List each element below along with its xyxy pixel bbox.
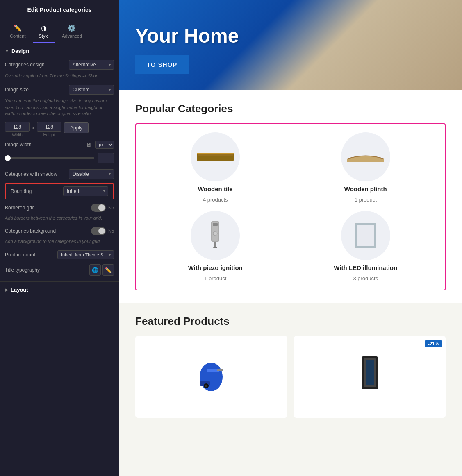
categories-design-select[interactable]: Alternative Default Classic bbox=[69, 60, 114, 70]
image-size-select-wrapper: Custom Thumbnail Medium Large bbox=[69, 85, 114, 95]
bordered-grid-row: Bordered grid No bbox=[0, 201, 119, 214]
categories-design-hint: Overrides option from Theme Settings -> … bbox=[0, 72, 119, 82]
svg-rect-23 bbox=[366, 360, 374, 385]
design-section-header[interactable]: ▼ Design bbox=[0, 43, 119, 57]
category-name-1: Wooden plinth bbox=[344, 186, 387, 193]
categories-bg-label: Categories background bbox=[5, 228, 56, 234]
slider-track[interactable] bbox=[5, 157, 94, 159]
slider-thumb[interactable] bbox=[5, 155, 11, 161]
category-image-led bbox=[341, 211, 390, 260]
product-count-select-wrapper: Inherit from Theme S Show Hide bbox=[57, 250, 114, 259]
rounding-label: Rounding bbox=[11, 188, 32, 194]
monitor-icon: 🖥 bbox=[86, 141, 92, 148]
tab-advanced-label: Advanced bbox=[62, 34, 82, 39]
image-width-row: Image width 🖥 px % em bbox=[0, 138, 119, 151]
product-card-1 bbox=[135, 336, 287, 418]
panel-title: Edit Product categories bbox=[0, 0, 119, 18]
category-count-1: 1 product bbox=[355, 197, 377, 203]
layout-section-label: Layout bbox=[11, 287, 28, 293]
svg-rect-6 bbox=[214, 242, 216, 247]
title-typography-label: Title typography bbox=[5, 267, 40, 273]
layout-arrow-icon: ▶ bbox=[5, 288, 8, 292]
tab-style[interactable]: ◑ Style bbox=[33, 22, 55, 43]
category-image-piezo bbox=[191, 211, 240, 260]
categories-grid-wrapper: Wooden tile 4 products Wooden plinth 1 p… bbox=[135, 123, 446, 290]
categories-shadow-select-wrapper: Disable Enable bbox=[69, 169, 114, 179]
categories-bg-toggle[interactable] bbox=[91, 227, 106, 235]
svg-rect-10 bbox=[357, 224, 375, 247]
height-input-group: Height bbox=[37, 122, 61, 137]
layout-section-header[interactable]: ▶ Layout bbox=[0, 281, 119, 296]
wooden-tile-svg bbox=[197, 149, 234, 165]
rounding-row: Rounding Inherit None Small Medium Large bbox=[5, 183, 114, 199]
svg-rect-12 bbox=[374, 223, 376, 248]
svg-rect-14 bbox=[355, 246, 376, 248]
categories-design-select-wrapper: Alternative Default Classic bbox=[69, 60, 114, 70]
category-name-2: With piezo ignition bbox=[188, 264, 243, 271]
design-arrow-icon: ▼ bbox=[5, 49, 9, 53]
categories-design-row: Categories design Alternative Default Cl… bbox=[0, 57, 119, 72]
bordered-grid-hint: Add borders between the categories in yo… bbox=[0, 214, 119, 224]
tab-content[interactable]: ✏️ Content bbox=[4, 22, 32, 43]
style-icon: ◑ bbox=[41, 24, 47, 32]
featured-section: Featured Products -21% bbox=[119, 303, 462, 430]
apply-button[interactable]: Apply bbox=[64, 122, 89, 133]
image-size-row: Image size Custom Thumbnail Medium Large bbox=[0, 82, 119, 97]
product-count-label: Product count bbox=[5, 252, 35, 258]
categories-bg-toggle-label: No bbox=[108, 229, 114, 233]
hero-shop-button[interactable]: TO SHOP bbox=[135, 55, 189, 74]
typography-edit-button[interactable]: ✏️ bbox=[102, 264, 114, 276]
bordered-grid-toggle-label: No bbox=[108, 205, 114, 210]
product-card-2: -21% bbox=[294, 336, 446, 418]
width-input[interactable] bbox=[5, 122, 30, 132]
categories-bg-knob bbox=[98, 228, 105, 234]
featured-title: Featured Products bbox=[135, 315, 446, 328]
size-inputs-row: Width x Height Apply bbox=[0, 120, 119, 138]
slider-value-input[interactable] bbox=[98, 153, 114, 163]
design-section-label: Design bbox=[11, 48, 29, 54]
categories-shadow-label: Categories with shadow bbox=[5, 171, 57, 177]
categories-bg-toggle-wrap: No bbox=[91, 227, 114, 235]
svg-point-20 bbox=[205, 385, 207, 387]
unit-select[interactable]: px % em bbox=[95, 141, 114, 149]
drill-svg bbox=[195, 352, 228, 401]
image-width-label: Image width bbox=[5, 142, 83, 147]
height-input[interactable] bbox=[37, 122, 61, 132]
svg-rect-2 bbox=[197, 153, 234, 154]
rounding-select[interactable]: Inherit None Small Medium Large bbox=[63, 186, 108, 196]
product-count-select[interactable]: Inherit from Theme S Show Hide bbox=[57, 250, 114, 259]
slider-row bbox=[0, 151, 119, 167]
svg-rect-5 bbox=[213, 223, 218, 226]
tab-advanced[interactable]: ⚙️ Advanced bbox=[56, 22, 88, 43]
product2-svg bbox=[357, 352, 382, 401]
advanced-icon: ⚙️ bbox=[68, 24, 76, 32]
hero-section: Your Home TO SHOP bbox=[119, 0, 462, 90]
category-count-2: 1 product bbox=[204, 275, 226, 281]
categories-shadow-row: Categories with shadow Disable Enable bbox=[0, 167, 119, 181]
led-mirror-svg bbox=[353, 221, 378, 250]
bordered-grid-label: Bordered grid bbox=[5, 205, 35, 211]
svg-rect-7 bbox=[213, 247, 217, 248]
category-name-3: With LED illumination bbox=[334, 264, 397, 271]
width-input-group: Width bbox=[5, 122, 30, 137]
water-heater-svg bbox=[207, 219, 223, 252]
bordered-grid-toggle-wrap: No bbox=[91, 204, 114, 212]
rounding-select-wrapper: Inherit None Small Medium Large bbox=[63, 186, 108, 196]
product-count-row: Product count Inherit from Theme S Show … bbox=[0, 248, 119, 262]
products-row: -21% bbox=[135, 336, 446, 418]
categories-shadow-select[interactable]: Disable Enable bbox=[69, 169, 114, 179]
bordered-grid-toggle[interactable] bbox=[91, 204, 106, 212]
category-count-0: 4 products bbox=[203, 197, 228, 203]
typography-globe-button[interactable]: 🌐 bbox=[89, 264, 101, 276]
content-icon: ✏️ bbox=[14, 24, 22, 32]
wooden-plinth-svg bbox=[347, 151, 384, 163]
categories-grid: Wooden tile 4 products Wooden plinth 1 p… bbox=[144, 132, 437, 281]
category-card-piezo: With piezo ignition 1 product bbox=[144, 211, 287, 281]
image-size-select[interactable]: Custom Thumbnail Medium Large bbox=[69, 85, 114, 95]
category-image-wooden-plinth bbox=[341, 132, 390, 181]
category-card-wooden-tile: Wooden tile 4 products bbox=[144, 132, 287, 203]
svg-rect-18 bbox=[217, 369, 223, 371]
popular-section: Popular Categories Wooden tile 4 product… bbox=[119, 90, 462, 303]
bordered-grid-knob bbox=[98, 204, 105, 211]
svg-rect-13 bbox=[355, 223, 376, 225]
